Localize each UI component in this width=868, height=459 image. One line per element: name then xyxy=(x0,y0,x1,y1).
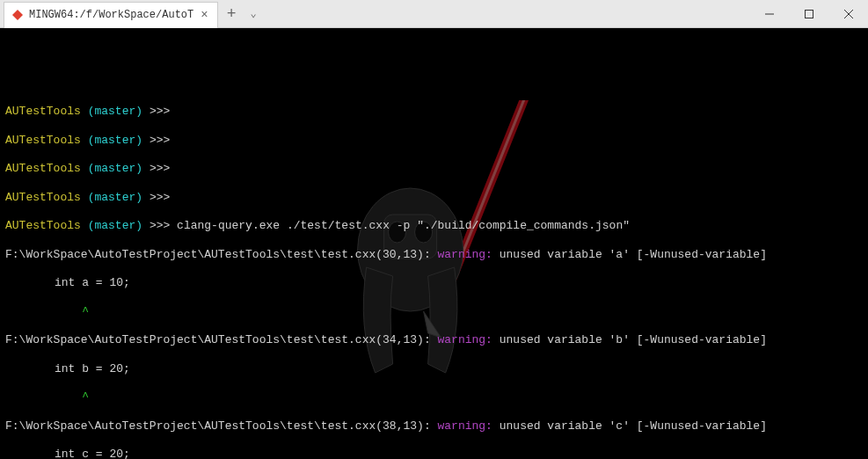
command-text: clang-query.exe ./test/test.cxx -p "./bu… xyxy=(177,219,630,232)
svg-marker-0 xyxy=(12,10,23,20)
warning-code: int a = 10; xyxy=(55,276,130,289)
terminal-body[interactable]: AUTestTools (master) >>> AUTestTools (ma… xyxy=(0,28,868,459)
app-icon xyxy=(11,9,24,21)
new-tab-button[interactable]: + xyxy=(218,5,245,23)
prompt-path: AUTestTools xyxy=(5,105,81,118)
tab-active[interactable]: MINGW64:/f/WorkSpace/AutoT × xyxy=(4,2,218,28)
terminal-output: AUTestTools (master) >>> AUTestTools (ma… xyxy=(5,91,863,459)
warning-severity: warning: xyxy=(438,248,492,261)
window-controls xyxy=(749,1,868,27)
warning-msg: unused variable 'a' [-Wunused-variable] xyxy=(492,248,767,261)
caret-marker: ^ xyxy=(55,305,89,318)
tab-close-icon[interactable]: × xyxy=(199,8,209,22)
warning-file: F:\WorkSpace\AutoTestProject\AUTestTools… xyxy=(5,248,424,261)
minimize-button[interactable] xyxy=(749,1,789,27)
svg-rect-2 xyxy=(805,10,813,18)
terminal-window: MINGW64:/f/WorkSpace/AutoT × + ⌄ xyxy=(0,0,868,459)
prompt-marker: >>> xyxy=(150,105,170,118)
tab-dropdown-icon[interactable]: ⌄ xyxy=(244,7,261,20)
maximize-button[interactable] xyxy=(789,1,828,27)
close-button[interactable] xyxy=(828,1,868,27)
prompt-branch: (master) xyxy=(88,105,142,118)
titlebar: MINGW64:/f/WorkSpace/AutoT × + ⌄ xyxy=(0,0,868,28)
tab-title: MINGW64:/f/WorkSpace/AutoT xyxy=(29,9,193,21)
